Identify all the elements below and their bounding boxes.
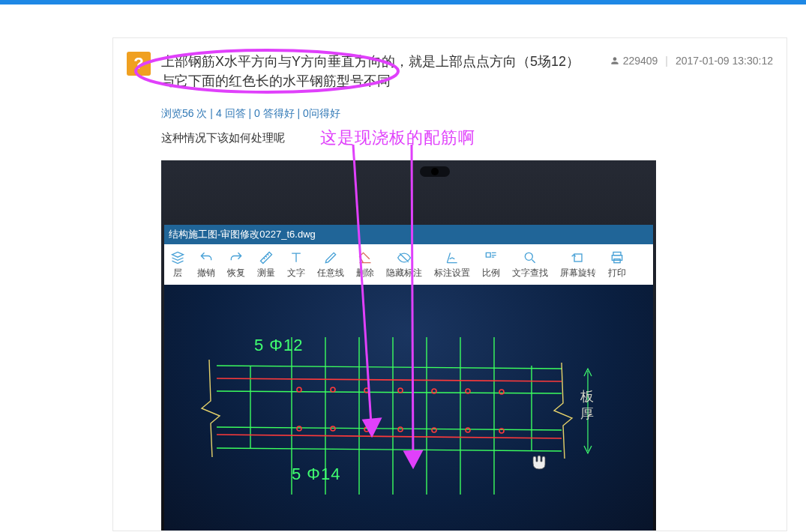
svg-point-27 <box>297 426 301 431</box>
svg-point-32 <box>466 428 470 432</box>
svg-line-5 <box>217 366 562 369</box>
svg-point-30 <box>398 427 403 432</box>
toolbar-redo-button[interactable]: 恢复 <box>221 250 251 279</box>
text-icon <box>289 250 304 265</box>
rebar-label-bottom: 5 Φ14 <box>292 465 340 483</box>
hand-cursor-icon <box>533 456 545 469</box>
svg-rect-1 <box>574 254 582 262</box>
pencil-icon <box>323 250 338 265</box>
undo-icon <box>199 250 214 265</box>
toolbar-hide-button[interactable]: 隐藏标注 <box>380 250 428 279</box>
cad-window-title: 结构施工图-审图修改0227_t6.dwg <box>164 225 653 244</box>
thickness-label: 板 <box>580 389 594 404</box>
find-icon <box>523 250 538 265</box>
stat-answers[interactable]: 4 回答 <box>216 107 246 119</box>
svg-line-7 <box>217 427 562 430</box>
question-mark-icon: ? <box>127 52 151 76</box>
svg-point-0 <box>525 253 532 260</box>
webcam-icon <box>420 166 450 177</box>
toolbar-layers-button[interactable]: 层 <box>164 250 191 279</box>
dim-icon <box>445 250 460 265</box>
layers-icon <box>170 250 185 265</box>
toolbar-undo-button[interactable]: 撤销 <box>191 250 221 279</box>
svg-point-29 <box>364 427 369 432</box>
stat-good-questions[interactable]: 0问得好 <box>303 107 340 119</box>
cad-canvas[interactable]: 5 Φ12 5 Φ14 板 厚 <box>164 285 653 531</box>
annotation-text: 这是现浇板的配筋啊 <box>320 127 475 149</box>
rotate-icon <box>571 250 586 265</box>
print-icon <box>610 250 625 265</box>
ruler-icon <box>259 250 274 265</box>
redo-icon <box>229 250 244 265</box>
post-meta: 229409 | 2017-01-09 13:30:12 <box>610 55 773 67</box>
toolbar-pencil-button[interactable]: 任意线 <box>311 250 350 279</box>
toolbar-ratio-button[interactable]: 比例 <box>476 250 506 279</box>
question-card: ? 上部钢筋X水平方向与Y方向垂直方向的，就是上部点点方向（5场12） 与它下面… <box>112 37 787 531</box>
toolbar-text-button[interactable]: 文字 <box>281 250 311 279</box>
toolbar-dim-button[interactable]: 标注设置 <box>428 250 476 279</box>
svg-point-21 <box>331 387 335 392</box>
toolbar-rotate-button[interactable]: 屏幕旋转 <box>554 250 602 279</box>
svg-rect-4 <box>614 259 620 262</box>
rebar-label-top: 5 Φ12 <box>254 336 303 354</box>
svg-line-18 <box>217 378 562 381</box>
post-time: 2017-01-09 13:30:12 <box>676 55 773 67</box>
toolbar-find-button[interactable]: 文字查找 <box>506 250 554 279</box>
svg-line-19 <box>217 435 562 438</box>
hide-icon <box>397 250 412 265</box>
cad-toolbar: 层撤销恢复测量文字任意线删除隐藏标注标注设置比例文字查找屏幕旋转打印 <box>164 244 653 285</box>
eraser-icon <box>358 250 373 265</box>
toolbar-print-button[interactable]: 打印 <box>602 250 632 279</box>
user-icon <box>610 55 620 66</box>
svg-line-6 <box>217 391 562 393</box>
stat-good-answers[interactable]: 0 答得好 <box>254 107 295 119</box>
post-stats: 浏览56 次 | 4 回答 | 0 答得好 | 0问得好 <box>161 107 773 121</box>
stat-views[interactable]: 浏览56 次 <box>161 107 207 119</box>
toolbar-eraser-button[interactable]: 删除 <box>350 250 380 279</box>
author[interactable]: 229409 <box>610 55 658 67</box>
ratio-icon <box>484 250 499 265</box>
svg-text:厚: 厚 <box>580 406 594 421</box>
toolbar-ruler-button[interactable]: 测量 <box>251 250 281 279</box>
attached-photo[interactable]: 结构施工图-审图修改0227_t6.dwg 层撤销恢复测量文字任意线删除隐藏标注… <box>161 160 656 531</box>
svg-line-8 <box>217 448 562 451</box>
